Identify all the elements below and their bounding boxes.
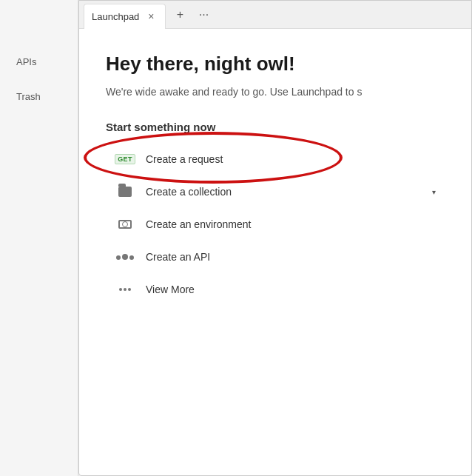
environment-icon [115,218,135,231]
page-title: Hey there, night owl! [106,53,445,76]
create-request-label: Create a request [146,153,436,165]
tab-close-button[interactable]: × [145,9,157,24]
create-request-wrapper: GET Create a request [106,145,445,173]
get-label: GET [115,154,135,164]
create-collection-item[interactable]: Create a collection ▾ [106,178,445,206]
collection-dropdown-arrow[interactable]: ▾ [432,188,436,196]
section-heading: Start something now [106,121,445,133]
page-content: Hey there, night owl! We're wide awake a… [79,29,471,475]
api-icon [115,250,135,264]
sidebar-item-trash-label: Trash [16,91,41,102]
tab-bar: Launchpad × + ··· [79,1,471,29]
view-more-icon [115,283,135,296]
create-api-label: Create an API [146,251,436,263]
sidebar: APIs Trash [0,0,78,476]
create-request-item[interactable]: GET Create a request [106,145,445,173]
view-more-item[interactable]: View More [106,275,445,304]
create-environment-label: Create an environment [146,218,436,230]
sidebar-item-apis[interactable]: APIs [4,46,73,78]
new-tab-button[interactable]: + [170,4,191,25]
tab-actions: + ··· [170,4,215,25]
collection-icon [115,185,135,198]
action-list: GET Create a request Create a collection… [106,145,445,304]
create-collection-label: Create a collection [146,186,420,198]
more-tabs-button[interactable]: ··· [194,4,215,25]
view-more-label: View More [146,284,436,295]
create-api-item[interactable]: Create an API [106,243,445,271]
get-badge-icon: GET [115,152,135,166]
page-subtitle: We're wide awake and ready to go. Use La… [106,84,445,100]
create-environment-item[interactable]: Create an environment [106,210,445,238]
main-panel: Launchpad × + ··· Hey there, night owl! … [78,0,472,476]
sidebar-item-trash[interactable]: Trash [4,81,73,113]
tab-label: Launchpad [92,11,139,22]
sidebar-item-apis-label: APIs [16,56,36,67]
launchpad-tab[interactable]: Launchpad × [84,4,166,29]
